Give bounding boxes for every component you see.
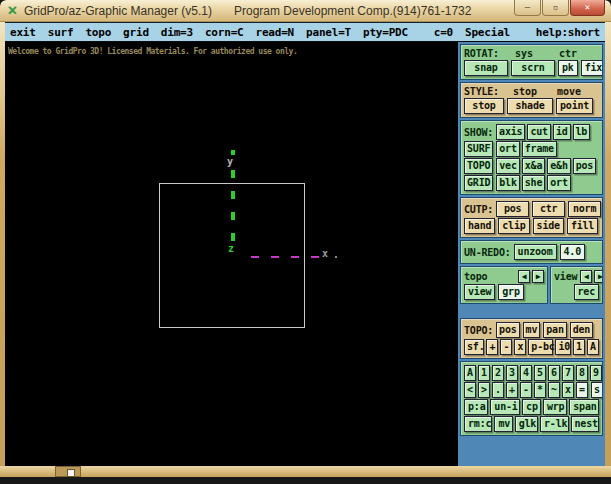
keypad-button-5[interactable]: 5 (534, 365, 546, 381)
keypad-button-mv[interactable]: mv (494, 416, 512, 432)
unzoom-button[interactable]: unzoom (514, 244, 557, 260)
menu-item-special[interactable]: Special (465, 26, 510, 39)
keypad-button-[interactable]: > (478, 382, 490, 398)
keypad-button-9[interactable]: 9 (590, 365, 602, 381)
topo-show-button-e-h[interactable]: e&h (547, 158, 570, 174)
rotat-mode-sys[interactable]: sys (515, 48, 533, 59)
cutp-button-fill[interactable]: fill (567, 218, 598, 234)
keypad-button-wrp[interactable]: wrp (543, 399, 567, 415)
keypad-button-a[interactable]: A (464, 365, 476, 381)
rotat-mode-ctr[interactable]: ctr (559, 48, 577, 59)
maximize-button[interactable]: ▫ (542, 0, 569, 16)
show-grid-button[interactable]: GRID (464, 175, 493, 191)
keypad-button-3[interactable]: 3 (506, 365, 518, 381)
style-button-shade[interactable]: shade (507, 98, 553, 114)
keypad-button-[interactable]: < (464, 382, 476, 398)
keypad-button-s[interactable]: s (591, 382, 603, 398)
surf-button-ort[interactable]: ort (496, 141, 519, 157)
keypad-button-[interactable]: = (576, 382, 588, 398)
topo-nav-button-grp[interactable]: grp (498, 284, 523, 300)
grid-button-blk[interactable]: blk (496, 175, 519, 191)
view-next-icon[interactable]: ▶ (594, 270, 603, 283)
grid-button-ort[interactable]: ort (547, 175, 570, 191)
keypad-button-[interactable]: - (520, 382, 532, 398)
keypad-button-un-i[interactable]: un-i (490, 399, 520, 415)
cutp-button-hand[interactable]: hand (464, 218, 495, 234)
topo-next-icon[interactable]: ▶ (532, 270, 544, 283)
keypad-button-x[interactable]: x (562, 382, 574, 398)
keypad-button-1[interactable]: 1 (478, 365, 490, 381)
menu-item-dim-3[interactable]: dim=3 (161, 26, 193, 39)
keypad-button-cp[interactable]: cp (522, 399, 541, 415)
rotat-button-snap[interactable]: snap (464, 60, 508, 76)
cutp-button-ctr[interactable]: ctr (532, 201, 565, 217)
menu-item-help-short[interactable]: help:short (536, 26, 600, 39)
menu-item-corn-c[interactable]: corn=C (205, 26, 244, 39)
close-button[interactable]: ✕ (570, 0, 605, 16)
rotat-button-scrn[interactable]: scrn (511, 60, 555, 76)
menu-item-c-0[interactable]: c=0 (434, 26, 453, 39)
topo-button-den[interactable]: den (570, 322, 593, 338)
show-surf-button[interactable]: SURF (464, 141, 493, 157)
menu-item-surf[interactable]: surf (48, 26, 74, 39)
topo-button-pan[interactable]: pan (543, 322, 566, 338)
topo-button-[interactable]: + (486, 339, 498, 355)
keypad-button-8[interactable]: 8 (576, 365, 588, 381)
minimize-button[interactable]: – (514, 0, 541, 16)
menu-item-panel-t[interactable]: panel=T (306, 26, 351, 39)
topo-button-[interactable]: - (500, 339, 512, 355)
show-topo-button[interactable]: TOPO (464, 158, 493, 174)
keypad-button-[interactable]: . (492, 382, 504, 398)
cutp-button-norm[interactable]: norm (568, 201, 601, 217)
show-button-cut[interactable]: cut (527, 124, 550, 140)
menu-item-read-n[interactable]: read=N (255, 26, 294, 39)
keypad-button-2[interactable]: 2 (492, 365, 504, 381)
grid-button-she[interactable]: she (522, 175, 545, 191)
cutp-button-pos[interactable]: pos (496, 201, 529, 217)
topo-button-1[interactable]: 1 (573, 339, 585, 355)
show-button-lb[interactable]: lb (573, 124, 591, 140)
rec-button[interactable]: rec (574, 284, 599, 300)
topo-button-i0[interactable]: i0 (555, 339, 571, 355)
surf-button-frame[interactable]: frame (522, 141, 557, 157)
style-button-point[interactable]: point (556, 98, 593, 114)
style-mode-stop[interactable]: stop (513, 86, 537, 97)
keypad-button-rm-c[interactable]: rm:c (464, 416, 492, 432)
menu-item-topo[interactable]: topo (85, 26, 111, 39)
keypad-button-[interactable]: * (534, 382, 546, 398)
topo-button-p-bc[interactable]: p-bc (528, 339, 553, 355)
style-button-stop[interactable]: stop (464, 98, 504, 114)
menu-item-grid[interactable]: grid (123, 26, 149, 39)
keypad-button-nest[interactable]: nest (571, 416, 599, 432)
show-button-axis[interactable]: axis (496, 124, 525, 140)
cutp-button-clip[interactable]: clip (498, 218, 529, 234)
resize-grip[interactable] (55, 466, 81, 477)
view-prev-icon[interactable]: ◀ (580, 270, 592, 283)
topo-show-button-x-a[interactable]: x&a (522, 158, 545, 174)
keypad-button-[interactable]: + (506, 382, 518, 398)
menu-item-exit[interactable]: exit (10, 26, 36, 39)
zoom-factor-field[interactable]: 4.0 (560, 244, 585, 260)
topo-button-pos[interactable]: pos (496, 322, 519, 338)
topo-show-button-vec[interactable]: vec (496, 158, 519, 174)
rotat-button-fix[interactable]: fix (581, 60, 603, 76)
keypad-button-6[interactable]: 6 (548, 365, 560, 381)
rotat-button-pk[interactable]: pk (558, 60, 578, 76)
keypad-button-span[interactable]: span (569, 399, 599, 415)
keypad-button-glk[interactable]: glk (515, 416, 538, 432)
keypad-button-4[interactable]: 4 (520, 365, 532, 381)
menu-item-pty-pdc[interactable]: pty=PDC (363, 26, 408, 39)
keypad-button-7[interactable]: 7 (562, 365, 574, 381)
keypad-button-p-a[interactable]: p:a (464, 399, 488, 415)
topo-button-x[interactable]: x (514, 339, 526, 355)
cutp-button-side[interactable]: side (533, 218, 564, 234)
style-mode-move[interactable]: move (557, 86, 581, 97)
topo-prev-icon[interactable]: ◀ (518, 270, 530, 283)
canvas-viewport[interactable]: Welcome to GridPro 3D! Licensed Material… (5, 42, 458, 466)
topo-button-a[interactable]: A (587, 339, 599, 355)
show-button-id[interactable]: id (553, 124, 571, 140)
topo-button-mv[interactable]: mv (523, 322, 541, 338)
topo-show-button-pos[interactable]: pos (573, 158, 596, 174)
keypad-button-r-lk[interactable]: r-lk (540, 416, 568, 432)
topo-button-sf[interactable]: sf. (464, 339, 484, 355)
